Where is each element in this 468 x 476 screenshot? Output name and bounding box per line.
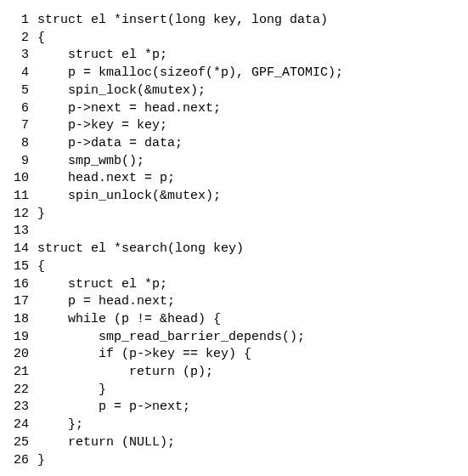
line-code: } bbox=[37, 452, 468, 470]
code-line: 23 p = p->next; bbox=[0, 399, 468, 416]
code-line: 12} bbox=[0, 206, 468, 224]
line-code: spin_unlock(&mutex); bbox=[37, 188, 468, 206]
code-line: 20 if (p->key == key) { bbox=[0, 346, 468, 364]
code-line: 18 while (p != &head) { bbox=[0, 311, 468, 329]
line-code: struct el *p; bbox=[37, 276, 468, 294]
code-line: 15{ bbox=[0, 258, 468, 276]
line-code: { bbox=[37, 258, 468, 276]
code-line: 21 return (p); bbox=[0, 364, 468, 382]
line-number: 5 bbox=[0, 82, 37, 100]
code-line: 14struct el *search(long key) bbox=[0, 241, 468, 258]
code-line: 6 p->next = head.next; bbox=[0, 100, 468, 118]
line-number: 13 bbox=[0, 223, 37, 241]
line-code: return (NULL); bbox=[37, 434, 468, 452]
line-code: struct el *p; bbox=[37, 47, 468, 65]
code-line: 13 bbox=[0, 223, 468, 241]
line-code: struct el *search(long key) bbox=[37, 241, 468, 258]
line-number: 14 bbox=[0, 241, 37, 258]
line-code: { bbox=[37, 30, 468, 48]
line-code bbox=[37, 223, 468, 241]
line-number: 4 bbox=[0, 65, 37, 82]
line-code: smp_wmb(); bbox=[37, 153, 468, 171]
line-code: spin_lock(&mutex); bbox=[37, 82, 468, 100]
line-code: }; bbox=[37, 416, 468, 434]
line-number: 3 bbox=[0, 47, 37, 65]
line-number: 24 bbox=[0, 416, 37, 434]
code-line: 19 smp_read_barrier_depends(); bbox=[0, 329, 468, 347]
line-number: 1 bbox=[0, 12, 37, 30]
code-line: 1struct el *insert(long key, long data) bbox=[0, 12, 468, 30]
line-code: } bbox=[37, 206, 468, 224]
line-number: 23 bbox=[0, 399, 37, 416]
code-line: 17 p = head.next; bbox=[0, 293, 468, 311]
code-line: 4 p = kmalloc(sizeof(*p), GPF_ATOMIC); bbox=[0, 65, 468, 82]
line-code: p = head.next; bbox=[37, 293, 468, 311]
line-number: 12 bbox=[0, 206, 37, 224]
line-code: p->next = head.next; bbox=[37, 100, 468, 118]
line-code: if (p->key == key) { bbox=[37, 346, 468, 364]
code-line: 22 } bbox=[0, 382, 468, 400]
line-code: p->key = key; bbox=[37, 117, 468, 135]
line-number: 18 bbox=[0, 311, 37, 329]
line-code: while (p != &head) { bbox=[37, 311, 468, 329]
line-number: 9 bbox=[0, 153, 37, 171]
line-number: 8 bbox=[0, 135, 37, 153]
code-line: 24 }; bbox=[0, 416, 468, 434]
code-line: 8 p->data = data; bbox=[0, 135, 468, 153]
line-code: head.next = p; bbox=[37, 170, 468, 188]
code-line: 2{ bbox=[0, 30, 468, 48]
line-number: 17 bbox=[0, 293, 37, 311]
line-code: p->data = data; bbox=[37, 135, 468, 153]
line-number: 19 bbox=[0, 329, 37, 347]
code-line: 10 head.next = p; bbox=[0, 170, 468, 188]
code-line: 25 return (NULL); bbox=[0, 434, 468, 452]
code-line: 11 spin_unlock(&mutex); bbox=[0, 188, 468, 206]
line-code: struct el *insert(long key, long data) bbox=[37, 12, 468, 30]
line-number: 21 bbox=[0, 364, 37, 382]
code-line: 26} bbox=[0, 452, 468, 470]
code-listing: 1struct el *insert(long key, long data)2… bbox=[0, 0, 468, 476]
line-code: smp_read_barrier_depends(); bbox=[37, 329, 468, 347]
code-line: 7 p->key = key; bbox=[0, 117, 468, 135]
line-number: 6 bbox=[0, 100, 37, 118]
line-number: 15 bbox=[0, 258, 37, 276]
line-number: 2 bbox=[0, 30, 37, 48]
line-code: } bbox=[37, 382, 468, 400]
line-number: 7 bbox=[0, 117, 37, 135]
line-number: 26 bbox=[0, 452, 37, 470]
line-number: 20 bbox=[0, 346, 37, 364]
line-code: p = p->next; bbox=[37, 399, 468, 416]
line-number: 10 bbox=[0, 170, 37, 188]
code-line: 9 smp_wmb(); bbox=[0, 153, 468, 171]
code-line: 3 struct el *p; bbox=[0, 47, 468, 65]
code-line: 16 struct el *p; bbox=[0, 276, 468, 294]
line-number: 11 bbox=[0, 188, 37, 206]
line-number: 22 bbox=[0, 382, 37, 400]
line-number: 16 bbox=[0, 276, 37, 294]
line-code: return (p); bbox=[37, 364, 468, 382]
line-code: p = kmalloc(sizeof(*p), GPF_ATOMIC); bbox=[37, 65, 468, 82]
line-number: 25 bbox=[0, 434, 37, 452]
code-line: 5 spin_lock(&mutex); bbox=[0, 82, 468, 100]
